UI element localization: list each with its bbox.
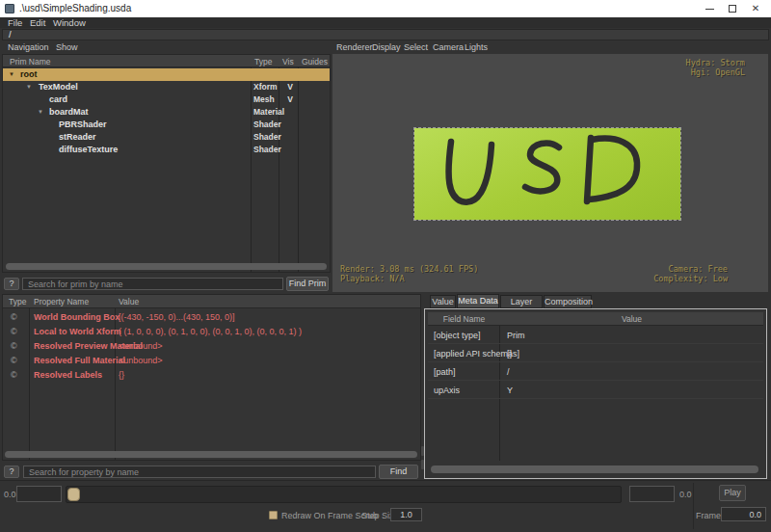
range-end-input[interactable] <box>629 486 675 502</box>
timeline-divider <box>693 483 694 529</box>
prim-search-input[interactable] <box>22 278 283 290</box>
step-size-input[interactable] <box>390 508 422 521</box>
metadata-panel: Value Meta Data Layer Stack Composition … <box>424 294 767 479</box>
property-hscrollbar[interactable] <box>5 451 417 458</box>
frame-slider[interactable] <box>66 486 622 503</box>
redraw-checkbox[interactable] <box>269 511 278 519</box>
col-vis[interactable]: Vis <box>282 57 294 66</box>
property-row[interactable]: © World Bounding Box [(-430, -150, 0)...… <box>3 310 420 325</box>
tree-row-root[interactable]: ▼ root <box>3 68 330 81</box>
tab-value[interactable]: Value <box>430 295 456 308</box>
range-start-input[interactable] <box>16 486 62 502</box>
property-search-input[interactable] <box>23 466 376 478</box>
tab-layer-stack[interactable]: Layer Stack <box>500 295 543 308</box>
property-row[interactable]: © Resolved Labels {} <box>3 368 420 383</box>
property-row[interactable]: © Resolved Full Material <unbound> <box>3 354 420 368</box>
tree-hscrollbar[interactable] <box>6 263 327 270</box>
tree-header: Prim Name Type Vis Guides <box>3 55 330 67</box>
usd-card-mesh[interactable] <box>414 128 680 220</box>
col-type[interactable]: Type <box>254 57 272 66</box>
col-guides[interactable]: Guides <box>302 57 328 66</box>
property-row[interactable]: © Resolved Preview Material <unbound> <box>3 339 420 354</box>
computed-attr-icon: © <box>11 356 17 365</box>
prim-search-help-button[interactable]: ? <box>4 278 19 290</box>
app-icon <box>5 4 14 13</box>
metadata-row[interactable]: [applied API schemas] [] <box>428 344 763 362</box>
tree-row-diffusetexture[interactable]: diffuseTexture Shader <box>3 144 330 156</box>
close-button[interactable]: ✕ <box>742 0 769 17</box>
col-field-name[interactable]: Field Name <box>428 314 500 324</box>
metadata-row[interactable]: upAxis Y <box>428 381 763 399</box>
menu-lights[interactable]: Lights <box>465 42 488 52</box>
timeline-bar: 0.0 0.0 Play Redraw On Frame Scrub Step … <box>0 480 771 532</box>
range-start-label: 0.0 <box>4 490 16 499</box>
viewport-menu: Renderer Display Select Camera Lights <box>332 40 768 53</box>
find-prim-button[interactable]: Find Prim <box>286 277 329 291</box>
frame-slider-handle[interactable] <box>67 488 80 501</box>
tree-row-card[interactable]: card Mesh V <box>3 93 330 106</box>
tree-row-texmodel[interactable]: ▼ TexModel Xform V <box>3 81 330 93</box>
property-row[interactable]: © Local to World Xform ( (1, 0, 0, 0), (… <box>3 325 420 339</box>
vis-flag[interactable]: V <box>280 94 300 104</box>
menu-edit[interactable]: Edit <box>30 17 45 28</box>
col-prim-name[interactable]: Prim Name <box>10 57 51 66</box>
path-bar: / <box>0 28 771 41</box>
menu-file[interactable]: File <box>8 17 22 28</box>
tree-row-pbrshader[interactable]: PBRShader Shader <box>3 119 330 131</box>
vis-flag[interactable]: V <box>280 82 300 92</box>
range-end-label: 0.0 <box>679 490 692 499</box>
expander-icon[interactable]: ▼ <box>38 109 43 115</box>
tab-composition[interactable]: Composition <box>544 295 592 308</box>
menu-show[interactable]: Show <box>56 42 78 52</box>
hud-camera: Camera: FreeComplexity: Low <box>653 265 728 283</box>
maximize-icon <box>729 5 736 13</box>
metadata-row[interactable]: [object type] Prim <box>428 326 763 344</box>
tree-panel-menu: Navigation Show <box>2 40 331 53</box>
frame-input[interactable] <box>721 507 766 521</box>
property-search-help-button[interactable]: ? <box>4 466 19 478</box>
metadata-row[interactable]: [path] / <box>428 362 763 381</box>
prim-path-input[interactable]: / <box>2 29 769 40</box>
metadata-hscrollbar[interactable] <box>431 466 758 473</box>
play-button[interactable]: Play <box>719 485 746 501</box>
menu-display[interactable]: Display <box>372 42 401 52</box>
col-prop-name[interactable]: Property Name <box>34 297 89 306</box>
computed-attr-icon: © <box>11 327 17 336</box>
menu-select[interactable]: Select <box>404 42 428 52</box>
metadata-header: Field Name Value <box>428 312 763 326</box>
close-icon: ✕ <box>752 4 759 13</box>
expander-icon[interactable]: ▼ <box>9 71 14 77</box>
computed-attr-icon: © <box>11 370 17 380</box>
frame-label: Frame: <box>696 511 724 520</box>
usd-hand-drawn-label <box>414 128 680 220</box>
menu-renderer[interactable]: Renderer <box>336 42 373 52</box>
tree-row-streader[interactable]: stReader Shader <box>3 131 330 144</box>
computed-attr-icon: © <box>11 341 17 351</box>
metadata-table: Field Name Value [object type] Prim [app… <box>424 308 767 479</box>
tab-meta-data[interactable]: Meta Data <box>457 294 499 308</box>
prim-tree: Prim Name Type Vis Guides ▼ root ▼ TexMo… <box>2 54 331 273</box>
col-prop-type[interactable]: Type <box>9 297 26 306</box>
usdview-window: .\usd\SimpleShading.usda ✕ File Edit Win… <box>0 0 771 532</box>
hud-renderer: Hydra: StormHgi: OpenGL <box>686 59 745 77</box>
window-title: .\usd\SimpleShading.usda <box>19 3 131 13</box>
expander-icon[interactable]: ▼ <box>26 84 32 90</box>
property-panel: Type Property Name Value © World Boundin… <box>2 294 421 461</box>
tree-row-boardmat[interactable]: ▼ boardMat Material <box>3 106 330 119</box>
col-meta-value[interactable]: Value <box>500 314 763 324</box>
menu-bar: File Edit Window <box>0 17 771 28</box>
menu-window[interactable]: Window <box>53 17 86 28</box>
col-prop-value[interactable]: Value <box>119 297 139 306</box>
menu-navigation[interactable]: Navigation <box>8 42 49 52</box>
find-prop-button[interactable]: Find Prop <box>379 465 418 479</box>
viewport[interactable]: Hydra: StormHgi: OpenGL Render: 3.08 ms … <box>332 54 768 292</box>
computed-attr-icon: © <box>11 312 17 322</box>
property-header: Type Property Name Value <box>3 295 420 308</box>
titlebar: .\usd\SimpleShading.usda ✕ <box>0 0 771 17</box>
minimize-icon <box>705 9 714 10</box>
hud-performance: Render: 3.08 ms (324.61 FPS)Playback: N/… <box>340 265 478 283</box>
menu-camera[interactable]: Camera <box>433 42 464 52</box>
